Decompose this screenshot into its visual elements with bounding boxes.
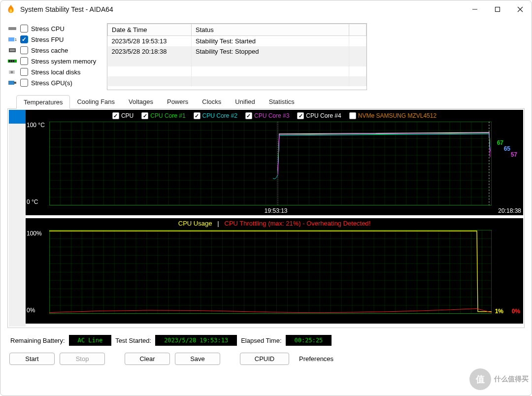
x-axis-start: 19:53:13 <box>265 207 288 214</box>
chart-legend: CPUCPU Core #1CPU Core #2CPU Core #3CPU … <box>26 110 523 122</box>
started-value: 2023/5/28 19:53:13 <box>155 335 237 346</box>
y-axis-bottom: 0 °C <box>27 198 38 205</box>
stress-option: Stress GPU(s) <box>7 77 101 88</box>
throttle-value: 0% <box>512 308 520 315</box>
tab-powers[interactable]: Powers <box>160 95 195 108</box>
start-button[interactable]: Start <box>9 353 55 365</box>
y-axis-top: 100 °C <box>27 122 45 129</box>
preferences-button[interactable]: Preferences <box>294 353 338 364</box>
svg-rect-8 <box>10 49 15 51</box>
svg-text:123: 123 <box>15 38 17 41</box>
legend-item[interactable]: CPU <box>112 112 133 119</box>
x-axis-end: 20:18:38 <box>498 207 521 214</box>
legend-checkbox[interactable] <box>297 112 304 119</box>
close-button[interactable] <box>509 0 532 18</box>
stress-label: Stress cache <box>31 47 68 54</box>
hardware-icon <box>7 79 17 86</box>
temp-value: 67 <box>497 139 503 146</box>
hardware-icon <box>7 25 17 32</box>
y-axis-bottom: 0% <box>27 307 35 314</box>
clear-button[interactable]: Clear <box>125 353 170 365</box>
status-bar: Remaining Battery: AC Line Test Started:… <box>7 328 525 350</box>
legend-checkbox[interactable] <box>194 112 200 119</box>
battery-label: Remaining Battery: <box>10 337 65 344</box>
stress-option: Stress cache <box>7 45 101 56</box>
started-label: Test Started: <box>115 337 151 344</box>
battery-value: AC Line <box>69 335 112 346</box>
stress-option: Stress CPU <box>7 23 101 34</box>
stress-checkbox[interactable] <box>20 46 28 54</box>
stress-option: Stress system memory <box>7 56 101 66</box>
usage-value: 1% <box>495 308 503 315</box>
svg-rect-5 <box>8 37 14 41</box>
log-row[interactable]: 2023/5/28 19:53:13Stability Test: Starte… <box>108 36 366 47</box>
app-icon <box>5 4 16 15</box>
temperature-chart: CPUCPU Core #1CPU Core #2CPU Core #3CPU … <box>26 110 523 215</box>
stress-label: Stress GPU(s) <box>31 79 72 87</box>
minimize-button[interactable] <box>464 0 486 18</box>
stop-button: Stop <box>60 353 105 365</box>
tab-cooling-fans[interactable]: Cooling Fans <box>70 95 122 108</box>
sensor-list-strip[interactable] <box>9 110 26 327</box>
tab-unified[interactable]: Unified <box>228 95 262 108</box>
tab-temperatures[interactable]: Temperatures <box>16 95 70 109</box>
stress-checkbox[interactable] <box>20 57 28 65</box>
elapsed-value: 00:25:25 <box>286 335 332 346</box>
maximize-button[interactable] <box>486 0 509 18</box>
svg-rect-4 <box>8 27 16 30</box>
svg-rect-15 <box>8 81 14 85</box>
stress-option: 123 Stress FPU <box>7 34 101 45</box>
hardware-icon <box>7 58 17 65</box>
hardware-icon <box>7 68 17 75</box>
legend-item[interactable]: CPU Core #4 <box>297 112 341 119</box>
svg-rect-11 <box>11 60 12 62</box>
legend-item[interactable]: CPU Core #1 <box>141 112 185 119</box>
stress-label: Stress local disks <box>31 68 80 76</box>
usage-chart: CPU Usage | CPU Throttling (max: 21%) - … <box>26 218 523 324</box>
watermark: 值什么值得买 <box>469 366 529 393</box>
svg-rect-12 <box>13 60 14 62</box>
hardware-icon <box>7 47 17 54</box>
svg-rect-10 <box>9 60 10 62</box>
log-header-status[interactable]: Status <box>192 24 349 36</box>
temperature-plot <box>49 122 492 205</box>
legend-item[interactable]: NVMe SAMSUNG MZVL4512 <box>349 112 436 119</box>
tab-statistics[interactable]: Statistics <box>262 95 301 108</box>
y-axis-top: 100% <box>27 230 42 237</box>
log-header-datetime[interactable]: Date & Time <box>108 24 192 36</box>
button-bar: Start Stop Clear Save CPUID Preferences <box>7 350 525 368</box>
stress-checkbox[interactable] <box>20 25 28 33</box>
window-title: System Stability Test - AIDA64 <box>20 5 464 13</box>
tab-voltages[interactable]: Voltages <box>122 95 160 108</box>
title-bar: System Stability Test - AIDA64 <box>0 0 532 18</box>
elapsed-label: Elapsed Time: <box>241 337 281 344</box>
legend-checkbox[interactable] <box>141 112 148 119</box>
stress-label: Stress CPU <box>31 25 65 33</box>
stress-label: Stress system memory <box>31 58 96 65</box>
stress-options: Stress CPU123 Stress FPU Stress cache St… <box>7 23 101 90</box>
usage-plot <box>49 230 492 314</box>
temp-value: 57 <box>511 151 517 158</box>
event-log-table: Date & Time Status 2023/5/28 19:53:13Sta… <box>107 23 367 90</box>
legend-item[interactable]: CPU Core #3 <box>245 112 289 119</box>
temp-value: 65 <box>504 145 510 152</box>
svg-point-14 <box>11 71 13 73</box>
stress-option: Stress local disks <box>7 66 101 77</box>
usage-chart-title: CPU Usage | CPU Throttling (max: 21%) - … <box>26 220 523 227</box>
legend-item[interactable]: CPU Core #2 <box>194 112 237 119</box>
stress-checkbox[interactable] <box>20 68 28 76</box>
save-button[interactable]: Save <box>175 353 220 365</box>
legend-checkbox[interactable] <box>349 112 356 119</box>
cpuid-button[interactable]: CPUID <box>240 353 289 365</box>
tab-bar: TemperaturesCooling FansVoltagesPowersCl… <box>7 95 525 109</box>
svg-rect-16 <box>14 82 16 84</box>
hardware-icon: 123 <box>7 36 17 43</box>
tab-clocks[interactable]: Clocks <box>195 95 228 108</box>
log-row[interactable]: 2023/5/28 20:18:38Stability Test: Stoppe… <box>108 46 366 57</box>
stress-checkbox[interactable] <box>20 79 28 87</box>
legend-checkbox[interactable] <box>112 112 119 119</box>
legend-checkbox[interactable] <box>245 112 252 119</box>
stress-checkbox[interactable] <box>20 35 28 43</box>
stress-label: Stress FPU <box>31 36 64 43</box>
svg-rect-1 <box>496 7 500 12</box>
